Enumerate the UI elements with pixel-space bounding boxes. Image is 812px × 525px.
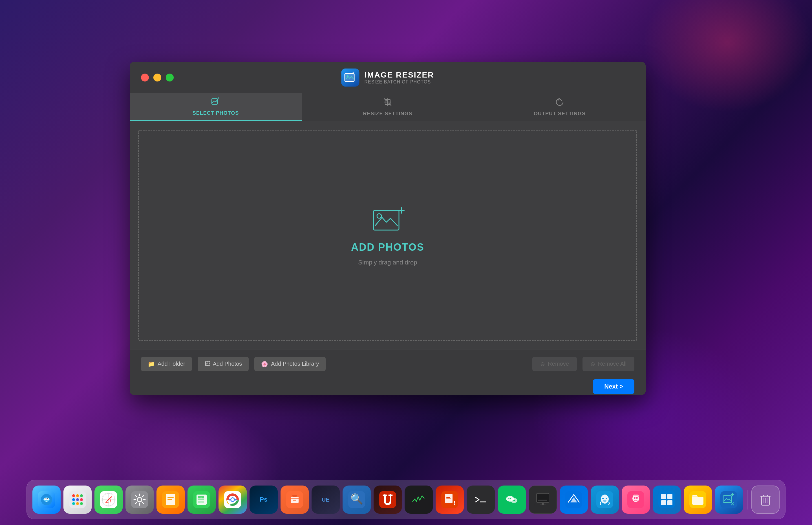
svg-rect-57 (446, 496, 451, 496)
svg-rect-59 (446, 498, 451, 499)
dock-item-imageresizer[interactable] (715, 485, 743, 514)
svg-rect-39 (201, 498, 204, 500)
add-photos-title: ADD PHOTOS (351, 241, 424, 253)
minimize-button[interactable] (153, 74, 161, 81)
dock-item-trash[interactable] (751, 485, 780, 514)
app-subtitle: RESIZE BATCH OF PHOTOS (364, 79, 434, 85)
svg-rect-4 (374, 210, 399, 230)
svg-rect-32 (167, 499, 172, 500)
maximize-button[interactable] (166, 74, 174, 81)
svg-rect-85 (661, 500, 666, 505)
svg-point-47 (231, 498, 234, 501)
svg-point-65 (510, 498, 511, 499)
dock-item-system-prefs[interactable] (125, 485, 154, 514)
remove-all-button[interactable]: ⊖ Remove All (583, 357, 634, 371)
tabs-bar: SELECT PHOTOS RESIZE SETTINGS OUTPUT SET… (130, 93, 646, 121)
svg-point-20 (76, 502, 79, 505)
dock-item-numbers[interactable] (187, 485, 216, 514)
traffic-lights (141, 74, 174, 81)
next-button[interactable]: Next > (593, 379, 634, 394)
dock-item-screenbrush[interactable] (529, 485, 557, 514)
add-photos-label: Add Photos (213, 361, 242, 367)
dock-item-wechat[interactable] (498, 485, 526, 514)
dock-item-finder[interactable] (32, 485, 61, 514)
svg-point-10 (45, 498, 46, 499)
folder-icon: 📁 (148, 361, 155, 368)
svg-point-81 (636, 497, 638, 499)
dock-item-archiver[interactable] (281, 485, 309, 514)
dock-item-launchpad[interactable] (63, 485, 92, 514)
close-button[interactable] (141, 74, 149, 81)
add-photos-library-label: Add Photos Library (271, 361, 319, 367)
add-photos-subtitle: Simply drag and drop (358, 259, 417, 266)
svg-rect-38 (198, 498, 201, 500)
tab-select-photos[interactable]: SELECT PHOTOS (130, 93, 302, 121)
svg-rect-83 (661, 494, 666, 499)
svg-point-19 (72, 502, 75, 505)
bottom-toolbar: 📁 Add Folder 🖼 Add Photos 🌸 Add Photos L… (130, 350, 646, 378)
dock-item-photoshop[interactable]: Ps (250, 485, 278, 514)
add-photos-library-button[interactable]: 🌸 Add Photos Library (254, 357, 326, 371)
add-photos-icon (368, 205, 407, 236)
svg-point-67 (513, 500, 514, 501)
svg-rect-82 (658, 491, 675, 508)
svg-point-16 (72, 498, 75, 501)
remove-button[interactable]: ⊖ Remove (532, 357, 576, 371)
dock-item-qq[interactable] (591, 485, 619, 514)
remove-all-icon: ⊖ (590, 361, 595, 368)
svg-rect-54 (410, 491, 427, 508)
add-folder-label: Add Folder (157, 361, 185, 367)
dock-item-pdfexpert[interactable]: ! (436, 485, 464, 514)
app-title: IMAGE RESIZER (364, 71, 434, 79)
remove-icon: ⊖ (540, 361, 545, 368)
dock-item-anime[interactable] (622, 485, 650, 514)
svg-text:!: ! (454, 500, 456, 506)
tab-output-settings[interactable]: OUTPUT SETTINGS (474, 93, 646, 121)
dock-item-safari[interactable] (94, 485, 123, 514)
dock-item-ue[interactable]: UE (312, 485, 340, 514)
dock-separator (747, 490, 748, 510)
svg-point-75 (602, 498, 604, 499)
tab-output-settings-label: OUTPUT SETTINGS (534, 111, 586, 117)
title-text: IMAGE RESIZER RESIZE BATCH OF PHOTOS (364, 71, 434, 85)
main-content: ADD PHOTOS Simply drag and drop 📁 Add Fo… (130, 121, 646, 395)
dock-item-baidu[interactable]: 🔍 (343, 485, 371, 514)
next-label: Next > (604, 383, 623, 390)
svg-point-18 (80, 498, 83, 501)
dock-item-activity[interactable] (405, 485, 433, 514)
svg-rect-31 (167, 497, 174, 498)
resize-settings-icon (383, 97, 392, 108)
svg-point-64 (508, 498, 510, 499)
add-folder-button[interactable]: 📁 Add Folder (141, 357, 192, 371)
svg-point-66 (511, 498, 517, 503)
svg-point-13 (72, 494, 75, 497)
dock-item-files[interactable] (684, 485, 712, 514)
tab-select-photos-label: SELECT PHOTOS (193, 110, 239, 116)
svg-point-76 (606, 498, 607, 499)
svg-point-17 (76, 498, 79, 501)
dock-item-magnet[interactable] (374, 485, 402, 514)
svg-point-21 (80, 502, 83, 505)
svg-text:🔍: 🔍 (350, 493, 363, 505)
svg-point-15 (80, 494, 83, 497)
window-title-center: IMAGE RESIZER RESIZE BATCH OF PHOTOS (342, 69, 434, 87)
title-bar: IMAGE RESIZER RESIZE BATCH OF PHOTOS (130, 62, 646, 93)
dock-item-windows[interactable] (653, 485, 681, 514)
tab-resize-settings[interactable]: RESIZE SETTINGS (302, 93, 474, 121)
drop-zone[interactable]: ADD PHOTOS Simply drag and drop (138, 130, 637, 341)
svg-rect-84 (667, 494, 673, 499)
dock-item-pages[interactable] (156, 485, 185, 514)
app-window: IMAGE RESIZER RESIZE BATCH OF PHOTOS SEL… (130, 62, 646, 395)
dock-item-testflight[interactable] (560, 485, 588, 514)
svg-point-1 (347, 75, 348, 77)
remove-all-label: Remove All (598, 361, 627, 367)
svg-point-27 (138, 498, 141, 501)
svg-point-74 (601, 495, 609, 504)
svg-point-68 (514, 500, 515, 501)
select-photos-icon (211, 97, 220, 108)
dock-item-terminal[interactable] (467, 485, 495, 514)
dock-item-chrome[interactable] (219, 485, 247, 514)
add-photos-button[interactable]: 🖼 Add Photos (198, 357, 249, 371)
svg-rect-50 (293, 500, 296, 501)
svg-point-11 (47, 498, 48, 499)
